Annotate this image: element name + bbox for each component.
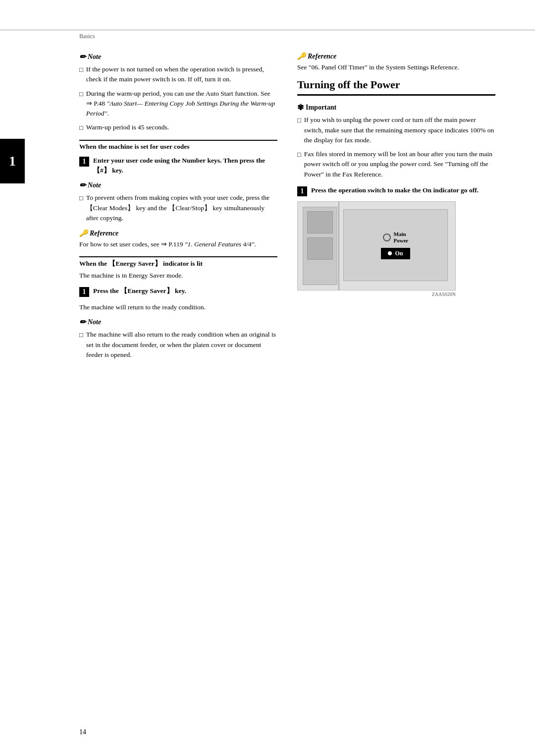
note3-label: ✏ Note — [79, 317, 277, 327]
turning-off-title: Turning off the Power — [297, 78, 495, 96]
energy-saver-body: The machine is in Energy Saver mode. — [79, 270, 277, 281]
turning-off-step1-num: 1 — [297, 186, 307, 196]
header-section-label: Basics — [79, 33, 95, 40]
content-wrapper: ✏ Note If the power is not turned on whe… — [0, 52, 535, 366]
note2-list: To prevent others from making copies wit… — [79, 193, 277, 223]
main-power-row: Main Power — [383, 231, 409, 244]
note2-icon: ✏ — [79, 180, 86, 190]
note3-item1: The machine will also return to the read… — [79, 330, 277, 360]
note2-block: ✏ Note To prevent others from making cop… — [79, 180, 277, 223]
page-number: 14 — [79, 728, 86, 736]
important-icon: ✾ — [297, 103, 304, 112]
panel-left-bottom-rect — [307, 237, 333, 260]
important-list: If you wish to unplug the power cord or … — [297, 115, 495, 179]
page: Basics 1 ✏ Note If the power is not turn… — [0, 0, 535, 756]
ref1-text: For how to set user codes, see ⇒ P.119 "… — [79, 239, 277, 249]
note1-list: If the power is not turned on when the o… — [79, 64, 277, 133]
panel-diagram-container: Main Power On ZAAS020N — [297, 201, 495, 297]
note1-item2: During the warm-up period, you can use t… — [79, 89, 277, 119]
panel-left-top-rect — [307, 211, 333, 233]
ref2-block: 🔑 Reference See "06. Panel Off Timer" in… — [297, 52, 495, 72]
note1-item3: Warm-up period is 45 seconds. — [79, 122, 277, 133]
important-label: ✾ Important — [297, 103, 495, 112]
left-column: ✏ Note If the power is not turned on whe… — [79, 52, 277, 366]
important-item1: If you wish to unplug the power cord or … — [297, 115, 495, 145]
panel-center-line — [338, 202, 339, 290]
panel-left — [303, 207, 337, 285]
chapter-tab: 1 — [0, 139, 25, 183]
energy-saver-heading: When the 【Energy Saver】 indicator is lit — [79, 256, 277, 268]
ref2-label: 🔑 Reference — [297, 52, 495, 60]
diagram-code: ZAAS020N — [297, 291, 456, 297]
chapter-number: 1 — [9, 153, 16, 169]
on-button-label: On — [395, 250, 403, 257]
note2-label: ✏ Note — [79, 180, 277, 190]
power-circle — [383, 233, 391, 241]
note1-label: ✏ Note — [79, 52, 277, 61]
note2-item1: To prevent others from making copies wit… — [79, 193, 277, 223]
panel-right: Main Power On — [343, 209, 448, 281]
right-column: 🔑 Reference See "06. Panel Off Timer" in… — [297, 52, 495, 366]
note1-icon: ✏ — [79, 52, 86, 61]
turning-off-step1-text: Press the operation switch to make the O… — [311, 185, 479, 195]
ref2-icon: 🔑 — [297, 52, 306, 60]
energy-saver-step1-num: 1 — [79, 287, 89, 297]
user-codes-step1-text: Enter your user code using the Number ke… — [93, 156, 277, 176]
note1-item1: If the power is not turned on when the o… — [79, 64, 277, 85]
user-codes-divider — [79, 140, 277, 141]
turning-off-section: Turning off the Power ✾ Important If you… — [297, 78, 495, 297]
energy-saver-body2: The machine will return to the ready con… — [79, 302, 277, 313]
on-button: On — [381, 248, 410, 259]
ref1-block: 🔑 Reference For how to set user codes, s… — [79, 229, 277, 249]
important-item2: Fax files stored in memory will be lost … — [297, 149, 495, 179]
turning-off-step1: 1 Press the operation switch to make the… — [297, 185, 495, 196]
user-codes-step1: 1 Enter your user code using the Number … — [79, 156, 277, 176]
user-codes-heading: When the machine is set for user codes — [79, 143, 277, 151]
ref1-icon: 🔑 — [79, 229, 88, 237]
user-codes-section: When the machine is set for user codes 1… — [79, 140, 277, 250]
user-codes-step1-num: 1 — [79, 157, 89, 167]
energy-saver-section: When the 【Energy Saver】 indicator is lit… — [79, 256, 277, 360]
ref2-text: See "06. Panel Off Timer" in the System … — [297, 62, 495, 72]
main-power-label: Main Power — [394, 231, 409, 244]
important-block: ✾ Important If you wish to unplug the po… — [297, 103, 495, 179]
note3-list: The machine will also return to the read… — [79, 330, 277, 360]
note3-icon: ✏ — [79, 317, 86, 327]
panel-diagram: Main Power On — [297, 201, 456, 291]
header-bar: Basics — [0, 30, 535, 42]
on-indicator-dot — [388, 251, 392, 255]
energy-saver-step1: 1 Press the 【Energy Saver】 key. — [79, 286, 277, 297]
note1-block: ✏ Note If the power is not turned on whe… — [79, 52, 277, 133]
ref1-label: 🔑 Reference — [79, 229, 277, 237]
note3-block: ✏ Note The machine will also return to t… — [79, 317, 277, 360]
energy-saver-step1-text: Press the 【Energy Saver】 key. — [93, 286, 186, 296]
